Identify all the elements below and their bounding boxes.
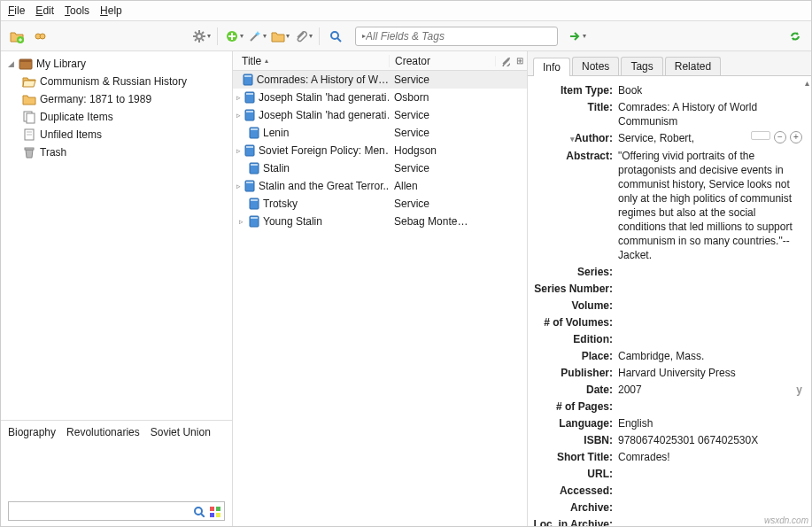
add-author-button[interactable]: +: [790, 131, 802, 143]
tab-info[interactable]: Info: [533, 58, 570, 76]
field-value[interactable]: Book: [618, 83, 802, 97]
author-twisty-icon[interactable]: ▾: [570, 135, 575, 143]
author-role-toggle[interactable]: [751, 131, 770, 140]
actions-button[interactable]: ▾: [192, 27, 210, 45]
locate-button[interactable]: ▾: [568, 27, 586, 45]
search-input[interactable]: [366, 30, 552, 43]
field-label: Volume:: [533, 298, 618, 313]
field-value[interactable]: [618, 332, 802, 346]
new-group-button[interactable]: [31, 27, 49, 45]
field-row: Edition:: [533, 332, 802, 346]
colors-icon[interactable]: [208, 505, 220, 517]
item-row[interactable]: ▹Joseph Stalin 'had generati…Service: [233, 106, 527, 124]
item-row[interactable]: TrotskyService: [233, 195, 527, 213]
field-value[interactable]: [618, 399, 802, 414]
field-value[interactable]: [618, 315, 802, 329]
item-row[interactable]: Comrades: A History of W…Service: [233, 71, 527, 89]
field-value[interactable]: English: [618, 416, 802, 430]
book-icon: [247, 161, 261, 175]
item-list[interactable]: Comrades: A History of W…Service▹Joseph …: [233, 71, 527, 526]
attach-button[interactable]: ▾: [294, 27, 312, 45]
tab-tags[interactable]: Tags: [621, 57, 662, 75]
column-extra[interactable]: ⊞: [495, 56, 527, 66]
item-row[interactable]: ▹Stalin and the Great Terror...Allen: [233, 177, 527, 195]
item-title: Comrades: A History of W…: [257, 74, 389, 86]
column-title[interactable]: Title ▴: [233, 55, 389, 67]
field-label: ISBN:: [533, 433, 618, 447]
item-row[interactable]: ▹Joseph Stalin 'had generati…Osborn: [233, 89, 527, 106]
item-title: Joseph Stalin 'had generati…: [259, 109, 389, 121]
field-value[interactable]: [618, 467, 802, 481]
twisty-icon[interactable]: ▹: [236, 93, 241, 102]
field-value[interactable]: [618, 265, 802, 279]
menu-help[interactable]: Help: [100, 4, 122, 17]
field-row: Item Type:Book: [533, 83, 802, 97]
collection-row[interactable]: Communism & Russian History: [1, 73, 232, 90]
new-item-button[interactable]: ▾: [225, 27, 243, 45]
search-box[interactable]: ▸: [355, 27, 558, 46]
field-value[interactable]: Comrades!: [618, 450, 802, 464]
advanced-search-button[interactable]: [327, 27, 344, 45]
special-row[interactable]: Duplicate Items: [1, 108, 232, 126]
collection-row[interactable]: Germany: 1871 to 1989: [1, 90, 232, 108]
tag[interactable]: Revolutionaries: [66, 426, 140, 438]
field-row: Place:Cambridge, Mass.: [533, 349, 802, 363]
field-label: Series:: [533, 265, 618, 279]
tab-related[interactable]: Related: [665, 57, 721, 75]
twisty-icon[interactable]: ▹: [236, 111, 241, 120]
twisty-icon[interactable]: ▹: [236, 182, 241, 190]
tag[interactable]: Biography: [8, 426, 56, 438]
field-value[interactable]: [618, 298, 802, 313]
menu-edit[interactable]: Edit: [35, 4, 54, 17]
item-row[interactable]: ▹Soviet Foreign Policy: Men…Hodgson: [233, 142, 527, 159]
field-value[interactable]: Service, Robert,: [618, 131, 751, 146]
folder-icon: [22, 92, 36, 106]
field-label: # of Pages:: [533, 399, 618, 414]
tag-search-box[interactable]: [8, 501, 225, 521]
column-picker-icon[interactable]: ⊞: [516, 56, 523, 66]
field-row: Short Title:Comrades!: [533, 450, 802, 464]
field-value[interactable]: 9780674025301 067402530X: [618, 433, 802, 447]
left-pane: ◢ My Library Communism & Russian History…: [1, 51, 233, 526]
tab-notes[interactable]: Notes: [572, 57, 619, 75]
search-icon[interactable]: [192, 505, 205, 517]
library-root[interactable]: ◢ My Library: [1, 55, 232, 73]
field-label: Title:: [533, 100, 618, 128]
field-value[interactable]: Harvard University Press: [618, 366, 802, 380]
sync-button[interactable]: [786, 27, 804, 45]
twisty-icon[interactable]: ▹: [236, 217, 245, 226]
info-panel[interactable]: Item Type:BookTitle:Comrades: A History …: [528, 76, 811, 526]
field-value[interactable]: Comrades: A History of World Communism: [618, 100, 802, 128]
field-value[interactable]: 2007: [618, 383, 796, 397]
column-creator[interactable]: Creator: [389, 55, 495, 67]
book-icon: [243, 179, 257, 193]
field-value[interactable]: [618, 484, 802, 498]
library-tree[interactable]: ◢ My Library Communism & Russian History…: [1, 51, 232, 420]
item-row[interactable]: StalinService: [233, 159, 527, 177]
item-row[interactable]: LeninService: [233, 124, 527, 142]
scroll-up-icon[interactable]: ▴: [805, 78, 809, 88]
field-value[interactable]: [618, 500, 802, 515]
field-value[interactable]: "Offering vivid portraits of the protago…: [618, 149, 802, 262]
remove-author-button[interactable]: −: [774, 131, 786, 143]
special-row[interactable]: Unfiled Items: [1, 126, 232, 143]
detail-tabs: InfoNotesTagsRelated: [528, 51, 811, 76]
item-creator: Service: [389, 109, 495, 121]
tag-search-input[interactable]: [12, 505, 189, 517]
add-by-identifier-button[interactable]: ▾: [248, 27, 266, 45]
new-collection-button[interactable]: [8, 27, 26, 45]
new-note-button[interactable]: ▾: [271, 27, 289, 45]
special-row[interactable]: Trash: [1, 143, 232, 161]
menu-tools[interactable]: Tools: [65, 4, 89, 17]
menu-file[interactable]: File: [8, 4, 25, 17]
field-value[interactable]: [618, 282, 802, 296]
toolbar: ▾ ▾ ▾ ▾ ▾ ▸ ▾: [1, 21, 811, 51]
field-value[interactable]: Cambridge, Mass.: [618, 349, 802, 363]
item-creator: Service: [389, 198, 495, 210]
collection-label: Germany: 1871 to 1989: [40, 93, 151, 105]
item-creator: Hodgson: [389, 144, 495, 157]
twisty-icon[interactable]: ◢: [6, 59, 15, 68]
twisty-icon[interactable]: ▹: [236, 146, 241, 155]
tag[interactable]: Soviet Union: [151, 426, 211, 438]
item-row[interactable]: ▹Young StalinSebag Monte…: [233, 213, 527, 230]
